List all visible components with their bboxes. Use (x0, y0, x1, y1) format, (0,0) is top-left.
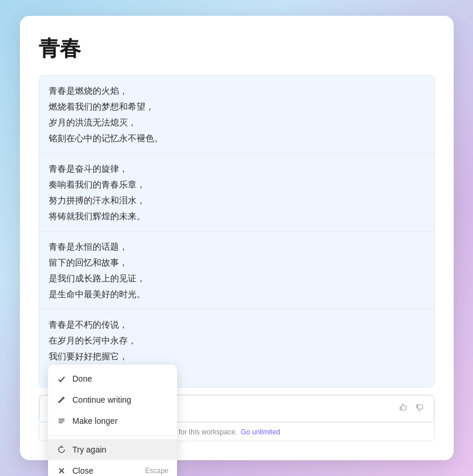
poem-line: 努力拼搏的汗水和泪水， (49, 192, 425, 208)
thumbs-up-icon (399, 403, 408, 412)
menu-item-try-again[interactable]: Try again (48, 439, 177, 460)
poem-line: 是我们成长路上的见证， (49, 270, 425, 286)
svg-rect-0 (400, 407, 401, 410)
ai-action-buttons (397, 402, 426, 416)
menu-section-2: Try again Close Escape (48, 435, 177, 476)
poem-line: 铭刻在心中的记忆永不褪色。 (49, 130, 425, 146)
ai-dropdown-menu: Done Continue writing (48, 365, 177, 476)
poem-line: 在岁月的长河中永存， (49, 332, 425, 348)
menu-item-close[interactable]: Close Escape (48, 460, 177, 476)
menu-item-try-again-label: Try again (73, 445, 169, 454)
poem-stanza-1: 青春是燃烧的火焰， 燃烧着我们的梦想和希望， 岁月的洪流无法熄灭， 铭刻在心中的… (39, 76, 434, 154)
poem-line: 我们要好好把握它， (49, 348, 425, 364)
poem-line: 燃烧着我们的梦想和希望， (49, 98, 425, 114)
refresh-icon (56, 444, 67, 455)
pencil-icon (56, 395, 67, 405)
poem-line: 将铸就我们辉煌的未来。 (49, 208, 425, 224)
poem-line: 岁月的洪流无法熄灭， (49, 114, 425, 130)
menu-item-done[interactable]: Done (48, 368, 177, 389)
page-title: 青春 (39, 35, 435, 63)
poem-line: 青春是燃烧的火焰， (49, 83, 425, 98)
menu-item-close-shortcut: Escape (145, 467, 168, 475)
menu-section-1: Done Continue writing (48, 365, 177, 435)
poem-stanza-2: 青春是奋斗的旋律， 奏响着我们的青春乐章， 努力拼搏的汗水和泪水， 将铸就我们辉… (39, 154, 434, 232)
menu-item-done-label: Done (73, 374, 169, 383)
main-card: 青春 青春是燃烧的火焰， 燃烧着我们的梦想和希望， 岁月的洪流无法熄灭， 铭刻在… (20, 16, 454, 460)
poem-line: 青春是奋斗的旋律， (49, 161, 425, 176)
poem-line: 青春是不朽的传说， (49, 317, 425, 332)
menu-item-continue-writing[interactable]: Continue writing (48, 389, 177, 410)
thumbs-down-icon (415, 403, 424, 412)
menu-item-continue-label: Continue writing (73, 395, 169, 404)
lines-icon (56, 416, 67, 426)
poem-line: 是生命中最美好的时光。 (49, 286, 425, 302)
poem-stanza-3: 青春是永恒的话题， 留下的回忆和故事， 是我们成长路上的见证， 是生命中最美好的… (39, 232, 434, 310)
poem-line: 奏响着我们的青春乐章， (49, 176, 425, 192)
check-icon (56, 373, 67, 384)
go-unlimited-link[interactable]: Go unlimited (241, 428, 280, 436)
menu-item-close-label: Close (73, 466, 139, 475)
x-icon (56, 465, 67, 476)
menu-item-make-longer-label: Make longer (73, 416, 169, 426)
menu-item-make-longer[interactable]: Make longer (48, 410, 177, 431)
svg-rect-1 (416, 405, 417, 409)
poem-container: 青春是燃烧的火焰， 燃烧着我们的梦想和希望， 岁月的洪流无法熄灭， 铭刻在心中的… (39, 75, 435, 387)
poem-line: 留下的回忆和故事， (49, 254, 425, 270)
thumbs-down-button[interactable] (414, 402, 426, 416)
poem-line: 青春是永恒的话题， (49, 239, 425, 254)
thumbs-up-button[interactable] (397, 402, 409, 416)
